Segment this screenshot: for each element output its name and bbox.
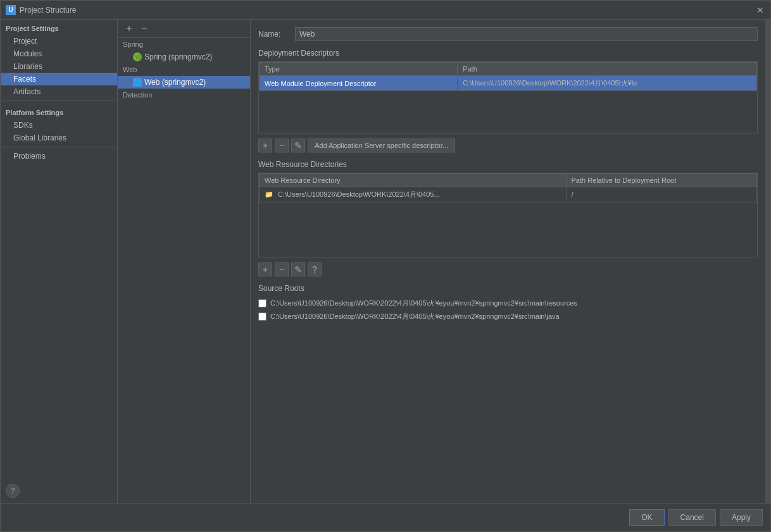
sidebar-divider — [1, 101, 117, 101]
folder-icon: 📁 — [265, 190, 273, 198]
wrd-col-directory: Web Resource Directory — [260, 174, 567, 187]
deployment-descriptors-table-container: Type Path Web Module Deployment Descript… — [258, 61, 758, 133]
wrd-remove-button[interactable]: − — [275, 263, 289, 276]
source-roots-title: Source Roots — [258, 284, 758, 293]
sidebar-item-artifacts[interactable]: Artifacts — [1, 85, 117, 98]
spring-icon: 🌿 — [133, 53, 142, 61]
sidebar-item-libraries[interactable]: Libraries — [1, 60, 117, 73]
spring-section-label: Spring — [118, 38, 250, 51]
sidebar-help-button[interactable]: ? — [6, 484, 20, 498]
scrollbar[interactable] — [765, 20, 770, 503]
center-toolbar: + − — [118, 20, 250, 38]
dd-cell-type: Web Module Deployment Descriptor — [260, 76, 458, 91]
web-resource-table: Web Resource Directory Path Relative to … — [259, 173, 757, 202]
bottom-bar: OK Cancel Apply — [1, 503, 770, 531]
dd-toolbar: + − ✎ Add Application Server specific de… — [258, 136, 758, 155]
project-structure-window: U Project Structure ✕ Project Settings P… — [0, 0, 771, 532]
dd-add-button[interactable]: + — [258, 139, 272, 152]
sidebar-item-project[interactable]: Project — [1, 35, 117, 47]
wrd-empty-area — [259, 206, 757, 257]
sidebar-item-sdks[interactable]: SDKs — [1, 119, 117, 132]
dd-table-row[interactable]: Web Module Deployment Descriptor C:\User… — [260, 76, 757, 91]
project-settings-section: Project Settings — [1, 20, 117, 35]
name-label: Name: — [258, 30, 290, 39]
sidebar-item-global-libraries[interactable]: Global Libraries — [1, 132, 117, 144]
dd-cell-path: C:\Users\U100926\Desktop\WORK\2022\4月\04… — [458, 76, 757, 91]
source-root-row-1: C:\Users\U100926\Desktop\WORK\2022\4月\04… — [258, 310, 758, 323]
main-content: Project Settings Project Modules Librari… — [1, 20, 770, 503]
ok-button[interactable]: OK — [629, 509, 664, 526]
remove-facet-button[interactable]: − — [138, 22, 151, 35]
title-bar: U Project Structure ✕ — [1, 1, 770, 20]
app-icon: U — [6, 5, 16, 15]
wrd-col-path: Path Relative to Deployment Root — [566, 174, 756, 187]
source-root-checkbox-1[interactable] — [258, 312, 266, 321]
dd-edit-button[interactable]: ✎ — [291, 139, 305, 152]
sidebar-item-facets[interactable]: Facets — [1, 73, 117, 85]
source-root-row-0: C:\Users\U100926\Desktop\WORK\2022\4月\04… — [258, 297, 758, 310]
source-root-path-1: C:\Users\U100926\Desktop\WORK\2022\4月\04… — [270, 312, 560, 321]
web-resource-table-container: Web Resource Directory Path Relative to … — [258, 173, 758, 257]
apply-button[interactable]: Apply — [720, 509, 763, 526]
source-root-checkbox-0[interactable] — [258, 299, 266, 307]
wrd-cell-directory: 📁 C:\Users\U100926\Desktop\WORK\2022\4月\… — [260, 187, 567, 202]
detection-section-label: Detection — [118, 89, 250, 101]
deployment-descriptors-table: Type Path Web Module Deployment Descript… — [259, 62, 757, 91]
dd-remove-button[interactable]: − — [275, 139, 289, 152]
dd-empty-area — [259, 95, 757, 133]
sidebar-item-problems[interactable]: Problems — [1, 150, 117, 163]
center-panel: + − Spring 🌿 Spring (springmvc2) Web 🌐 W… — [118, 20, 251, 503]
window-title: Project Structure — [20, 6, 755, 15]
right-content: Name: Deployment Descriptors Type Path — [251, 20, 765, 503]
dd-col-type: Type — [260, 63, 458, 76]
wrd-add-button[interactable]: + — [258, 263, 272, 276]
source-root-path-0: C:\Users\U100926\Desktop\WORK\2022\4月\04… — [270, 299, 577, 308]
web-section-label: Web — [118, 63, 250, 76]
wrd-cell-path: / — [566, 187, 756, 202]
window-controls: ✕ — [755, 5, 765, 15]
add-descriptor-button[interactable]: Add Application Server specific descript… — [308, 139, 455, 152]
sidebar-divider-2 — [1, 147, 117, 147]
wrd-edit-button[interactable]: ✎ — [291, 263, 305, 276]
wrd-table-row[interactable]: 📁 C:\Users\U100926\Desktop\WORK\2022\4月\… — [260, 187, 757, 202]
name-input[interactable] — [295, 27, 758, 41]
sidebar: Project Settings Project Modules Librari… — [1, 20, 118, 503]
dd-col-path: Path — [458, 63, 757, 76]
platform-settings-section: Platform Settings — [1, 104, 117, 119]
sidebar-item-modules[interactable]: Modules — [1, 47, 117, 60]
web-icon: 🌐 — [133, 78, 142, 87]
tree-item-web[interactable]: 🌐 Web (springmvc2) — [118, 76, 250, 89]
add-facet-button[interactable]: + — [123, 22, 135, 35]
cancel-button[interactable]: Cancel — [668, 509, 716, 526]
wrd-help-button[interactable]: ? — [308, 263, 322, 276]
name-field-row: Name: — [258, 27, 758, 41]
tree-item-spring[interactable]: 🌿 Spring (springmvc2) — [118, 51, 250, 63]
deployment-descriptors-title: Deployment Descriptors — [258, 49, 758, 58]
close-button[interactable]: ✕ — [755, 5, 765, 15]
right-panel: Name: Deployment Descriptors Type Path — [251, 20, 765, 503]
wrd-toolbar: + − ✎ ? — [258, 260, 758, 279]
web-resource-title: Web Resource Directories — [258, 160, 758, 169]
bottom-buttons: OK Cancel Apply — [629, 509, 763, 526]
